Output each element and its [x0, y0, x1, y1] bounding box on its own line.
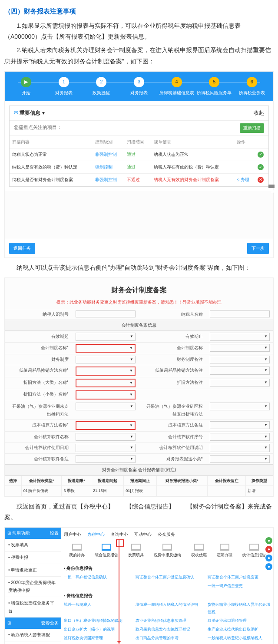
link-item[interactable]: 生产企业未按代购出口取消扩 — [208, 626, 271, 633]
sidebar-item[interactable]: 清算企税（费）申报及缴纳套餐 — [5, 641, 61, 644]
f2-select[interactable]: ▼ — [210, 444, 270, 452]
link-item[interactable]: 两证整合个体工商户登记信息确认 — [136, 574, 199, 581]
f2-select[interactable]: ▼ — [76, 444, 136, 452]
f2-select[interactable]: ▼ — [210, 356, 270, 363]
category-icon[interactable]: 综合信息报告 — [95, 544, 118, 558]
link-item[interactable]: 农业企业所得税优惠事项管理 — [136, 617, 199, 624]
f2-select[interactable]: ▼ — [210, 367, 270, 374]
sidebar-item[interactable]: 发票填具 — [5, 539, 61, 552]
f2-select[interactable]: ▼ — [76, 356, 136, 363]
settings-link[interactable]: 设置 — [50, 529, 59, 537]
f2-select[interactable]: ▼ — [210, 455, 270, 463]
sidebar-item[interactable]: 申请退款更正 — [5, 564, 61, 577]
para-3: 纳税人可以点击该提示信息右侧的"办理"自动跳转到"财务会计制度备案"界面，如下图… — [4, 262, 274, 273]
link-item[interactable]: 境外一般纳税人 — [64, 601, 127, 615]
fig2-title: 财务会计制度备案 — [5, 278, 273, 298]
tab-query[interactable]: 查询中心 — [111, 531, 128, 538]
f2-select[interactable]: ▼ — [76, 403, 136, 410]
link-item[interactable]: 两证整合个体工商户信息变更 — [208, 574, 271, 581]
step-circle: 2 — [96, 77, 106, 87]
link-item[interactable]: 一照一码户登记信息确认 — [64, 574, 127, 581]
link-item[interactable]: 政府采购信息发布实施管理登记 — [136, 626, 199, 633]
monitor-icon — [131, 544, 141, 551]
f2-label-l: 有效期起 — [5, 331, 72, 342]
figure-2-screenshot: 财务会计制度备案 提示：此业务功能财务变更之时需监控维度重新备案，请知悉！！异常… — [4, 277, 274, 496]
f2-th: 会计报表备注 — [208, 476, 246, 486]
link-item[interactable]: 出口企业扩大（缩小）的说明 — [64, 626, 127, 633]
f2-select[interactable]: ▼ — [76, 433, 136, 441]
monitor-icon — [162, 544, 172, 551]
float-icon[interactable]: ● — [265, 563, 272, 570]
f2-select[interactable]: ▼ — [76, 421, 136, 430]
f2-label-l: 低值易耗品摊销方法名称* — [5, 365, 72, 376]
imp-sub-label: 您需重点关注的项目： — [14, 123, 62, 133]
rescan-button[interactable]: 重新扫描 — [240, 123, 264, 133]
f2-select[interactable]: ▼ — [210, 433, 270, 441]
f2-td — [156, 486, 208, 496]
monitor-icon — [220, 544, 229, 551]
taxpayer-name-field[interactable] — [210, 310, 270, 317]
f2-label-l: 会计核算软件名称 — [5, 432, 72, 442]
link-item[interactable]: 取消企业出口退税管理 — [208, 617, 271, 624]
category-icon[interactable]: 统计信息报告 — [242, 544, 266, 558]
tab-public[interactable]: 公众服务 — [158, 531, 175, 538]
category-icon[interactable]: 税费申报及缴纳 — [154, 544, 181, 558]
link-item[interactable] — [64, 582, 127, 589]
status-fail-icon: ✕ — [258, 177, 264, 183]
handle-link[interactable]: ⎋ 办理 — [234, 174, 255, 186]
taxpayer-id-field[interactable] — [76, 310, 136, 317]
f2-label-l: 财务制度 — [5, 354, 72, 365]
next-button[interactable]: 下一步 — [247, 243, 269, 254]
f2-select[interactable]: ▼ — [210, 344, 270, 352]
f2-th: 报送期间起 — [91, 476, 124, 486]
step-1-label: 开始 — [7, 89, 45, 97]
col-result: 扫描结果 — [124, 136, 151, 149]
link-item[interactable]: 出口（免）税企业纳税情况的说明 — [64, 617, 127, 624]
category-icon[interactable]: 发票填具 — [128, 544, 144, 558]
float-icon[interactable]: ● — [265, 555, 272, 561]
link-item[interactable]: 出口商品分类管理的申请 — [136, 634, 199, 641]
col-info: 规章信息 — [151, 136, 234, 149]
collapse-link[interactable]: 收起 — [254, 109, 264, 118]
f2-select[interactable]: ▼ — [210, 403, 270, 410]
f2-select[interactable]: ▼ — [76, 344, 136, 353]
link-item[interactable]: 增值税一般纳税人纳税人的情况说明 — [136, 601, 199, 615]
link-item[interactable]: 货物运输业小规模纳税人异地代开增值税 — [208, 601, 271, 615]
category-icon[interactable]: 证明办理 — [217, 544, 232, 558]
f2-select[interactable]: ▼ — [76, 390, 136, 399]
f2-select[interactable]: ▼ — [210, 333, 270, 340]
category-icon[interactable]: 我的待办 — [69, 544, 85, 558]
col-scan: 扫描内容 — [10, 136, 93, 149]
tab-tax-center[interactable]: 办税中心 — [87, 531, 105, 538]
feedback-tab[interactable]: 问题反馈 — [268, 185, 275, 188]
f2-select[interactable]: ▼ — [210, 379, 270, 386]
f2-select[interactable]: ▼ — [210, 421, 270, 429]
link-item[interactable]: 一照一码户信息变更 — [208, 582, 271, 589]
f2-select[interactable]: ▼ — [76, 333, 136, 340]
section-4-heading: （四）财务报表注意事项 — [4, 5, 274, 17]
f2-select[interactable]: ▼ — [76, 455, 136, 463]
sidebar-item[interactable]: 2020年度企业所得税年度纳税申报 — [5, 577, 61, 597]
f2-label-r: 会计制度名称 — [139, 343, 206, 354]
link-item[interactable] — [136, 582, 199, 589]
float-icon[interactable]: ● — [265, 537, 272, 544]
back-button[interactable]: 返回任务 — [9, 243, 35, 254]
f2-select[interactable]: ▼ — [76, 367, 136, 375]
sidebar-item[interactable]: 增值税发票综合服务平台 — [5, 597, 61, 618]
f2-label-l: 会计核算软件使用日期 — [5, 443, 72, 453]
sidebar-item[interactable]: 税费申报 — [5, 552, 61, 564]
tab-interact[interactable]: 互动中心 — [134, 531, 152, 538]
sidebar: ⊞ 常用功能设置 发票填具税费申报申请退款更正2020年度企业所得税年度纳税申报… — [5, 528, 61, 644]
link-item[interactable]: 一般纳税人转登记小规模纳税人 — [208, 634, 271, 641]
f2-select[interactable]: ▼ — [76, 379, 136, 387]
category-icon[interactable]: 税收优惠 — [191, 544, 207, 558]
taxpayer-id-label: 纳税人识别号 — [5, 309, 72, 320]
tab-user[interactable]: 用户中心 — [64, 531, 81, 538]
figure-1-screenshot: ▶开始 1财务报表 2政策提醒 3财务报表 4所得税基础信息表 5所得税风险服务… — [4, 71, 274, 258]
f2-label-l: 折旧方法（大类）名称* — [5, 377, 72, 389]
sidebar-h2: ⊞ 套餐业务 — [5, 618, 61, 629]
float-icon[interactable]: ● — [265, 546, 272, 553]
band-2: 财务会计制度备案-会计报表信息(附注) — [5, 464, 273, 476]
status-ok-icon: ✓ — [258, 152, 264, 158]
sidebar-item[interactable]: 新办纳税人套餐填报 — [5, 629, 61, 641]
